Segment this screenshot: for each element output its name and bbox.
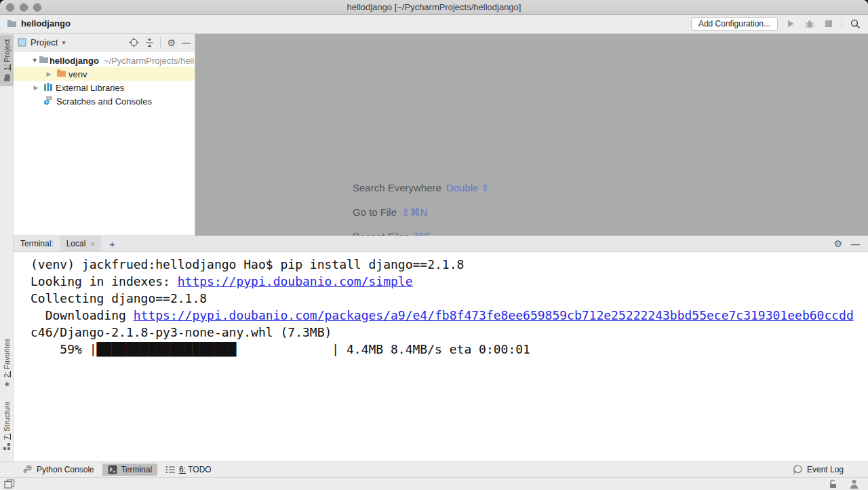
hint-search-everywhere: Search EverywhereDouble ⇧ [353, 182, 490, 197]
project-tool-window: Project ▾ ⚙ — ▼ hellodjang [14, 34, 195, 235]
main-toolbar: hellodjango Add Configuration... [0, 15, 868, 34]
collapse-arrow-icon[interactable]: ▶ [44, 71, 54, 77]
chevron-down-icon: ▾ [62, 39, 65, 46]
window-title: hellodjango [~/PycharmProjects/hellodjan… [0, 0, 868, 15]
hint-shortcut: ⌘E [414, 231, 431, 235]
folder-icon [38, 55, 49, 66]
project-panel-header: Project ▾ ⚙ — [14, 34, 195, 52]
todo-list-icon [165, 466, 175, 474]
terminal-tab-label: Local [66, 239, 86, 248]
hint-label: Recent Files [353, 231, 409, 235]
project-stripe-icon [3, 74, 10, 81]
toolbar-separator [842, 18, 842, 29]
terminal-tab-local[interactable]: Local × [60, 236, 101, 251]
project-panel-title: Project [31, 37, 58, 48]
todo-button[interactable]: 6: TODO [160, 464, 217, 476]
python-console-button[interactable]: Python Console [18, 464, 100, 476]
stripe-tab-project[interactable]: 1: Project [0, 35, 14, 86]
breadcrumb-label: hellodjango [21, 18, 71, 29]
gear-icon[interactable]: ⚙ [167, 38, 176, 48]
hint-shortcut: ⇧⌘N [401, 206, 427, 218]
libraries-icon [41, 82, 56, 94]
terminal-tab-bar: Terminal: Local × + ⚙ — [14, 235, 868, 252]
terminal-link[interactable]: https://pypi.doubanio.com/simple [178, 274, 413, 288]
tree-scratches-label: Scratches and Consoles [56, 96, 152, 107]
lock-icon[interactable] [828, 479, 837, 489]
stop-icon[interactable] [823, 18, 835, 30]
event-log-balloon-icon [793, 465, 803, 474]
terminal-output[interactable]: (venv) jackfrued:hellodjango Hao$ pip in… [14, 252, 868, 358]
tree-external-libraries-label: External Libraries [56, 83, 124, 93]
add-configuration-button[interactable]: Add Configuration... [691, 17, 778, 31]
tree-row-venv[interactable]: ▶ venv [14, 67, 195, 81]
locate-file-icon[interactable] [129, 37, 139, 48]
gear-icon[interactable]: ⚙ [833, 239, 842, 248]
tree-row-external-libraries[interactable]: ▶ External Libraries [14, 81, 195, 94]
project-view-selector[interactable]: Project ▾ [18, 37, 66, 48]
stripe-tab-favorites[interactable]: ★ 2: Favorites [0, 334, 14, 392]
tool-window-bar: Python Console Terminal 6: TODO Event Lo… [0, 461, 868, 477]
tree-venv-label: venv [68, 69, 87, 79]
new-session-plus-icon[interactable]: + [109, 238, 115, 250]
terminal-bar-label: Terminal: [20, 239, 54, 248]
project-pane-icon [18, 38, 26, 47]
keyboard-shortcut-hints: Search EverywhereDouble ⇧ Go to File⇧⌘N … [353, 182, 490, 235]
debug-icon[interactable] [804, 18, 816, 30]
stripe-tab-structure-label: 7: Structure [3, 401, 11, 440]
terminal-line: (venv) jackfrued:hellodjango Hao$ pip in… [31, 256, 868, 273]
hide-panel-icon[interactable]: — [182, 38, 191, 47]
stripe-tab-structure[interactable]: 7: Structure [0, 396, 14, 455]
tree-row-scratches[interactable]: Scratches and Consoles [14, 94, 195, 108]
tree-row-root[interactable]: ▼ hellodjango ~/PycharmProjects/hellodja… [14, 54, 195, 67]
terminal-icon [108, 465, 117, 474]
scratches-icon [41, 96, 56, 107]
terminal-button[interactable]: Terminal [102, 464, 157, 476]
hint-shortcut: Double ⇧ [446, 182, 490, 193]
todo-label: 6: TODO [179, 465, 212, 474]
breadcrumb[interactable]: hellodjango [7, 18, 71, 29]
structure-icon [3, 443, 10, 450]
collapse-arrow-icon[interactable]: ▶ [31, 84, 41, 91]
event-log-label: Event Log [807, 465, 844, 474]
tool-window-switcher-icon[interactable] [4, 479, 15, 489]
close-icon[interactable]: × [90, 239, 95, 249]
editor-empty-area: Search EverywhereDouble ⇧ Go to File⇧⌘N … [195, 34, 868, 235]
expand-arrow-icon[interactable]: ▼ [31, 57, 38, 64]
hint-go-to-file: Go to File⇧⌘N [353, 206, 490, 221]
venv-folder-icon [54, 69, 68, 79]
hint-label: Search Everywhere [353, 182, 441, 193]
terminal-tool-window: Terminal: Local × + ⚙ — (venv) jackfrued… [14, 235, 868, 461]
terminal-progress-line: 59% |███████████████████ | 4.4MB 8.4MB/s… [31, 341, 868, 358]
terminal-text: Looking in indexes: [31, 274, 178, 288]
terminal-text: Downloading [31, 308, 134, 322]
terminal-line: Looking in indexes: https://pypi.doubani… [31, 273, 868, 290]
hide-panel-icon[interactable]: — [851, 240, 860, 248]
tree-root-label: hellodjango [50, 56, 99, 66]
terminal-link[interactable]: https://pypi.doubanio.com/packages/a9/e4… [134, 308, 854, 322]
search-everywhere-icon[interactable] [849, 18, 861, 30]
project-folder-icon [7, 19, 17, 28]
terminal-line: c46/Django-2.1.8-py3-none-any.whl (7.3MB… [31, 324, 868, 341]
terminal-line: Downloading https://pypi.doubanio.com/pa… [31, 307, 868, 324]
run-icon[interactable] [785, 18, 797, 30]
terminal-line: Collecting django==2.1.8 [31, 290, 868, 307]
tree-root-path: ~/PycharmProjects/hellodjango [104, 56, 195, 66]
favorites-star-icon: ★ [3, 381, 12, 388]
stripe-tab-favorites-label: 2: Favorites [3, 339, 11, 377]
collapse-all-icon[interactable] [145, 38, 154, 48]
pycharm-window: hellodjango [~/PycharmProjects/hellodjan… [0, 0, 868, 490]
run-toolbar: Add Configuration... [691, 17, 861, 31]
hint-label: Go to File [353, 206, 397, 218]
python-console-label: Python Console [37, 465, 94, 474]
stripe-tab-project-label: 1: Project [3, 39, 11, 71]
macos-titlebar: hellodjango [~/PycharmProjects/hellodjan… [0, 0, 868, 15]
inspections-profile-icon[interactable] [850, 479, 859, 489]
project-tree: ▼ hellodjango ~/PycharmProjects/hellodja… [14, 52, 195, 108]
panel-header-separator [160, 37, 161, 48]
status-bar [0, 477, 868, 490]
terminal-button-label: Terminal [121, 465, 152, 474]
event-log-button[interactable]: Event Log [787, 464, 849, 476]
python-icon [23, 465, 33, 474]
hint-recent-files: Recent Files⌘E [353, 231, 490, 235]
